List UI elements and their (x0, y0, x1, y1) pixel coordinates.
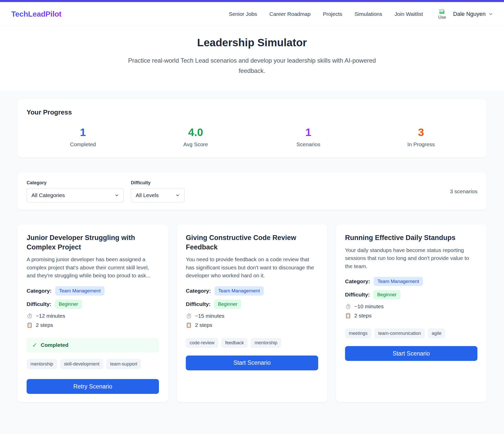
progress-panel: Your Progress 1 Completed 4.0 Avg Score … (17, 99, 487, 158)
scenario-title: Giving Constructive Code Review Feedback (186, 233, 318, 252)
tag: mentorship (251, 338, 281, 348)
tag: feedback (221, 338, 248, 348)
category-badge: Team Management (374, 277, 423, 286)
stat-in-progress-label: In Progress (365, 141, 477, 147)
time-estimate: ~12 minutes (36, 313, 65, 319)
broken-image-icon (438, 8, 445, 15)
difficulty-filter-label: Difficulty (131, 180, 185, 186)
filters-panel: Category All Categories Difficulty All L… (17, 173, 487, 210)
difficulty-badge: Beginner (214, 300, 241, 309)
steps-count: 2 steps (195, 322, 212, 328)
brand-logo[interactable]: TechLeadPilot (11, 10, 61, 18)
start-scenario-button[interactable]: Start Scenario (186, 356, 318, 370)
clipboard-icon (345, 313, 351, 319)
category-row: Category: Team Management (345, 277, 477, 286)
page-title: Leadership Simulator (0, 37, 504, 49)
category-badge: Team Management (55, 286, 105, 295)
difficulty-badge: Beginner (373, 290, 400, 299)
nav-link-simulations[interactable]: Simulations (354, 11, 382, 17)
steps-row: 2 steps (27, 322, 159, 328)
tag: code-review (186, 338, 218, 348)
category-row: Category: Team Management (27, 286, 159, 295)
tag: team-communication (374, 328, 425, 338)
clipboard-icon (186, 322, 192, 328)
stat-in-progress: 3 In Progress (365, 127, 477, 147)
stopwatch-icon (186, 313, 192, 319)
category-filter-group: Category All Categories (27, 180, 124, 202)
nav-link-projects[interactable]: Projects (323, 11, 342, 17)
completed-text: Completed (41, 342, 68, 348)
stat-scenarios: 1 Scenarios (252, 127, 365, 147)
chevron-down-icon (489, 12, 493, 16)
stat-in-progress-value: 3 (365, 127, 477, 138)
stat-completed-value: 1 (27, 127, 139, 138)
nav-link-senior-jobs[interactable]: Senior Jobs (229, 11, 257, 17)
stat-avg-score-label: Avg Score (139, 141, 252, 147)
difficulty-select-value: All Levels (136, 192, 159, 198)
scenario-description: Your daily standups have become status r… (345, 246, 477, 270)
nav-link-career-roadmap[interactable]: Career Roadmap (269, 11, 311, 17)
steps-count: 2 steps (354, 313, 372, 319)
tag: agile (428, 328, 445, 338)
header: TechLeadPilot Senior Jobs Career Roadmap… (0, 2, 504, 26)
user-name: Dale Nguyen (453, 11, 486, 17)
main-nav: Senior Jobs Career Roadmap Projects Simu… (229, 8, 493, 20)
steps-row: 2 steps (186, 322, 318, 328)
category-label: Category: (186, 288, 211, 294)
user-menu[interactable]: Use Dale Nguyen (438, 8, 493, 20)
category-label: Category: (27, 288, 52, 294)
difficulty-label: Difficulty: (345, 292, 370, 298)
chevron-down-icon (176, 193, 180, 197)
scenario-title: Junior Developer Struggling with Complex… (27, 233, 159, 252)
tag: mentorship (27, 359, 57, 369)
time-estimate: ~10 minutes (354, 303, 384, 310)
tags-row: mentorship skill-development team-suppor… (27, 359, 159, 369)
nav-link-join-waitlist[interactable]: Join Waitlist (395, 11, 423, 17)
stopwatch-icon (27, 313, 33, 319)
avatar-alt-text: Use (438, 15, 446, 20)
stat-completed-label: Completed (27, 141, 139, 147)
scenario-title: Running Effective Daily Standups (345, 233, 477, 242)
stat-scenarios-value: 1 (252, 127, 365, 138)
difficulty-label: Difficulty: (186, 301, 211, 307)
retry-scenario-button[interactable]: Retry Scenario (27, 379, 159, 394)
time-row: ~10 minutes (345, 303, 477, 310)
scenario-card: Running Effective Daily Standups Your da… (336, 224, 487, 403)
scenario-card: Junior Developer Struggling with Complex… (17, 224, 168, 403)
scenario-card: Giving Constructive Code Review Feedback… (177, 224, 327, 403)
difficulty-label: Difficulty: (27, 301, 51, 307)
clipboard-icon (27, 322, 33, 328)
tag: meetings (345, 328, 371, 338)
tag: team-support (106, 359, 141, 369)
scenario-cards: Junior Developer Struggling with Complex… (17, 224, 487, 403)
category-select[interactable]: All Categories (27, 188, 124, 202)
results-count: 3 scenarios (450, 188, 477, 195)
check-icon: ✓ (32, 342, 37, 349)
time-row: ~15 minutes (186, 313, 318, 319)
steps-row: 2 steps (345, 313, 477, 319)
page-subtitle: Practice real-world Tech Lead scenarios … (123, 55, 381, 76)
category-filter-label: Category (27, 180, 124, 186)
stat-avg-score: 4.0 Avg Score (139, 127, 252, 147)
category-row: Category: Team Management (186, 286, 318, 295)
user-avatar-broken-image: Use (438, 8, 450, 20)
difficulty-row: Difficulty: Beginner (27, 300, 159, 309)
tag: skill-development (60, 359, 103, 369)
time-estimate: ~15 minutes (195, 313, 224, 319)
difficulty-row: Difficulty: Beginner (186, 300, 318, 309)
start-scenario-button[interactable]: Start Scenario (345, 346, 477, 361)
difficulty-filter-group: Difficulty All Levels (131, 180, 185, 202)
stopwatch-icon (345, 303, 351, 310)
stat-avg-score-value: 4.0 (139, 127, 252, 138)
chevron-down-icon (115, 193, 119, 197)
category-label: Category: (345, 278, 370, 284)
stat-scenarios-label: Scenarios (252, 141, 365, 147)
time-row: ~12 minutes (27, 313, 159, 319)
category-select-value: All Categories (31, 192, 65, 198)
tags-row: meetings team-communication agile (345, 328, 477, 338)
completed-banner: ✓ Completed (27, 338, 159, 352)
difficulty-row: Difficulty: Beginner (345, 290, 477, 299)
difficulty-select[interactable]: All Levels (131, 188, 185, 202)
hero-section: Leadership Simulator Practice real-world… (0, 26, 504, 90)
stat-completed: 1 Completed (27, 127, 139, 147)
